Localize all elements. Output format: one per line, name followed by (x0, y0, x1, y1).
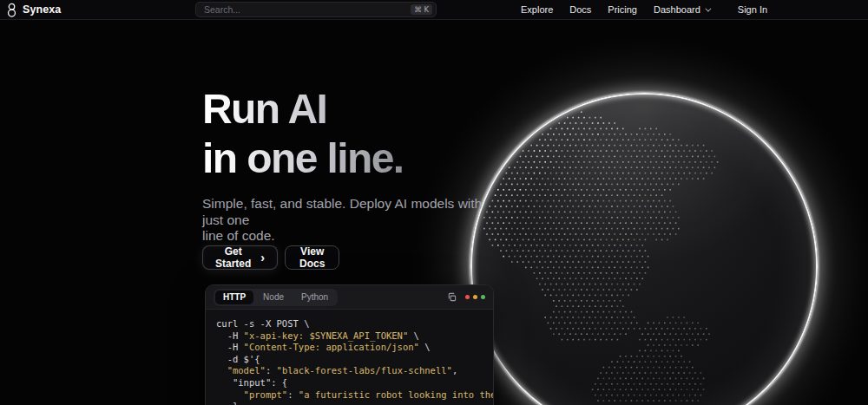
window-dot-2 (481, 295, 485, 299)
window-dot-1 (473, 295, 477, 299)
synexa-logo-icon (7, 3, 16, 17)
globe-dot-map (470, 93, 818, 405)
window-dots (465, 295, 485, 299)
search-input[interactable]: ⌘ K (195, 2, 437, 17)
code-panel: HTTPNodePython curl -s -X POST \ -H "x-a… (205, 284, 494, 405)
code-block: curl -s -X POST \ -H "x-api-key: $SYNEXA… (206, 310, 493, 405)
nav-links: ExploreDocsPricingDashboardSign In (521, 0, 767, 19)
code-panel-header: HTTPNodePython (206, 285, 493, 310)
navbar: Synexa ⌘ K ExploreDocsPricingDashboardSi… (0, 0, 868, 20)
tab-python[interactable]: Python (293, 291, 336, 304)
brand-name: Synexa (23, 3, 61, 16)
nav-link-dashboard[interactable]: Dashboard (654, 4, 709, 15)
tab-node[interactable]: Node (255, 291, 292, 304)
view-docs-button[interactable]: View Docs (285, 245, 339, 270)
globe-graphic (470, 93, 818, 405)
copy-button[interactable] (445, 291, 458, 304)
brand-logo[interactable]: Synexa (7, 0, 61, 19)
hero-subtitle: Simple, fast, and stable. Deploy AI mode… (202, 196, 497, 245)
nav-link-explore[interactable]: Explore (521, 4, 553, 15)
chevron-right-icon: › (260, 251, 265, 264)
window-dot-0 (465, 295, 470, 299)
chevron-down-icon (705, 5, 711, 11)
get-started-button[interactable]: Get Started › (202, 245, 278, 270)
keyboard-shortcut-badge: ⌘ K (411, 4, 432, 15)
synexa-landing-page: Synexa ⌘ K ExploreDocsPricingDashboardSi… (0, 0, 868, 405)
nav-link-sign-in[interactable]: Sign In (738, 4, 767, 15)
nav-link-docs[interactable]: Docs (569, 4, 591, 15)
code-language-tabs: HTTPNodePython (214, 289, 338, 306)
page-title: Run AI in one line. (202, 84, 437, 183)
tab-http[interactable]: HTTP (215, 291, 253, 304)
cta-row: Get Started › View Docs (202, 245, 339, 270)
search-field[interactable] (204, 4, 411, 15)
title-line-2: in one line. (202, 135, 404, 181)
title-line-1: Run AI (202, 86, 326, 132)
copy-icon (447, 292, 457, 302)
nav-link-pricing[interactable]: Pricing (608, 4, 637, 15)
